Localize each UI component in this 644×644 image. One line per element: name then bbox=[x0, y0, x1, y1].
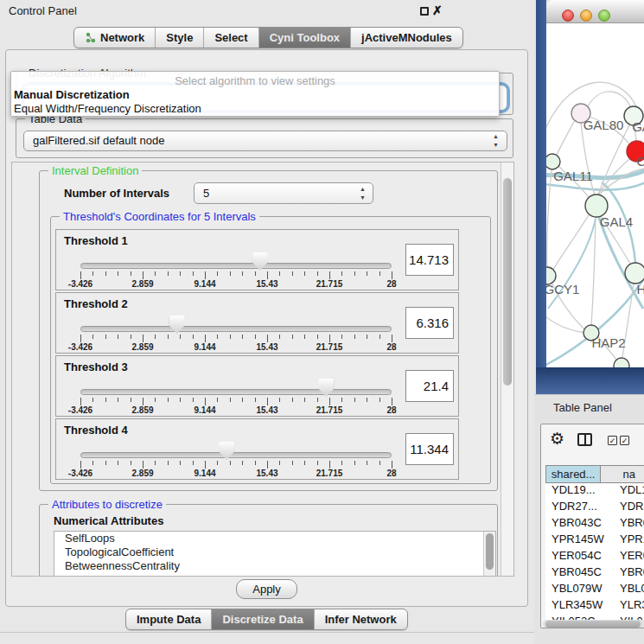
panel-title: Control Panel bbox=[9, 0, 77, 22]
network-window-frame-bottom bbox=[536, 367, 644, 394]
close-panel-icon[interactable]: ✗ bbox=[432, 3, 443, 17]
divider bbox=[0, 632, 534, 633]
table-row[interactable]: YPR145W YPR1 bbox=[545, 532, 644, 549]
group-title: Threshold's Coordinates for 5 Intervals bbox=[60, 210, 259, 223]
table-row[interactable]: YBR045C YBR0 bbox=[545, 565, 644, 582]
column-header-shared-name[interactable]: shared... bbox=[545, 465, 601, 483]
cell-name: YBL0 bbox=[614, 582, 644, 598]
table-panel: ⚙ ✓ ✓ shared... na YDL19... YDL1 YDR27..… bbox=[540, 424, 644, 628]
network-icon bbox=[85, 32, 96, 43]
split-columns-icon[interactable] bbox=[577, 433, 592, 446]
network-node[interactable] bbox=[546, 154, 560, 169]
tab-select[interactable]: Select bbox=[203, 28, 258, 48]
slider-track[interactable] bbox=[80, 452, 392, 458]
cell-name: YPR1 bbox=[614, 532, 644, 549]
cell-shared-name: YBR043C bbox=[545, 516, 614, 532]
threshold-label: Threshold 3 bbox=[64, 360, 128, 373]
threshold-value-field[interactable]: 21.4 bbox=[405, 370, 454, 402]
dropdown-item-manual-discretization[interactable]: Manual Discretization bbox=[11, 88, 499, 102]
network-canvas[interactable]: GAL80GACGAL11GAL4GCY1HHAP2 bbox=[546, 23, 644, 367]
table-data-group: Table Data galFiltered.sif default node … bbox=[16, 118, 513, 158]
slider-track[interactable] bbox=[80, 389, 392, 395]
network-node[interactable] bbox=[614, 358, 629, 367]
slider-tick-labels: -3.4262.8599.14415.4321.71528 bbox=[80, 469, 392, 479]
threshold-value-field[interactable]: 6.316 bbox=[405, 307, 454, 339]
group-title: Interval Definition bbox=[48, 164, 142, 177]
slider-track[interactable] bbox=[80, 326, 392, 332]
cell-name: YLR3 bbox=[614, 598, 644, 615]
checkbox-icon[interactable]: ✓ bbox=[608, 436, 617, 445]
table-row[interactable]: YDR27... YDR2 bbox=[545, 500, 644, 516]
dropdown-item-equal-width-frequency[interactable]: Equal Width/Frequency Discretization bbox=[11, 102, 499, 116]
cell-shared-name: YLR345W bbox=[545, 598, 614, 615]
threshold-value-field[interactable]: 14.713 bbox=[405, 244, 454, 276]
tab-style[interactable]: Style bbox=[155, 28, 203, 48]
float-panel-icon[interactable] bbox=[420, 7, 429, 16]
cell-shared-name: YPR145W bbox=[545, 532, 614, 549]
group-title: Attributes to discretize bbox=[48, 498, 166, 511]
table-panel-title: Table Panel bbox=[553, 395, 612, 421]
cell-shared-name: YDL19... bbox=[545, 483, 614, 500]
table-row[interactable]: YDL19... YDL1 bbox=[545, 483, 644, 500]
tab-jactivemnodules[interactable]: jActiveMNodules bbox=[350, 28, 462, 48]
node-label: H bbox=[637, 282, 644, 296]
apply-row: Apply bbox=[6, 579, 527, 599]
node-label: GAL4 bbox=[600, 214, 633, 229]
numerical-attributes-list[interactable]: SelfLoopsTopologicalCoefficientBetweenne… bbox=[54, 531, 496, 577]
spinner-arrows-icon: ▲▼ bbox=[360, 185, 366, 202]
column-header-name[interactable]: na bbox=[601, 465, 644, 483]
close-window-icon[interactable] bbox=[562, 10, 574, 22]
control-panel-titlebar: Control Panel ✗ bbox=[0, 0, 534, 22]
tab-label: Network bbox=[100, 31, 144, 44]
scrollbar-thumb[interactable] bbox=[503, 178, 512, 386]
table-row[interactable]: YBR043C YBR0 bbox=[545, 516, 644, 532]
right-region: GAL80GACGAL11GAL4GCY1HHAP2 Table Panel ⚙… bbox=[534, 0, 644, 644]
cell-shared-name: YDR27... bbox=[545, 500, 614, 516]
table-data-value: galFiltered.sif default node bbox=[33, 134, 164, 147]
top-tabbar: Network Style Select Cyni Toolbox jActiv… bbox=[73, 27, 463, 48]
number-of-intervals-select[interactable]: 5 ▲▼ bbox=[194, 182, 373, 204]
scrollbar-thumb[interactable] bbox=[545, 621, 641, 628]
tab-infer-network[interactable]: Infer Network bbox=[314, 609, 407, 629]
control-panel: Control Panel ✗ Network Style Select Cyn… bbox=[0, 0, 534, 644]
scrollbar-thumb[interactable] bbox=[486, 533, 494, 570]
table-horizontal-scrollbar[interactable] bbox=[543, 620, 644, 628]
threshold-box: Threshold 4 -3.4262.8599.14415.4321.7152… bbox=[55, 418, 459, 480]
node-label: C bbox=[637, 154, 644, 169]
tab-discretize-data[interactable]: Discretize Data bbox=[211, 609, 313, 629]
apply-button[interactable]: Apply bbox=[236, 579, 297, 599]
tab-impute-data[interactable]: Impute Data bbox=[126, 609, 211, 629]
slider-track[interactable] bbox=[80, 263, 392, 269]
attribute-items: SelfLoopsTopologicalCoefficientBetweenne… bbox=[54, 532, 495, 573]
table-row[interactable]: YBL079W YBL0 bbox=[545, 582, 644, 598]
threshold-value-field[interactable]: 11.344 bbox=[405, 433, 454, 465]
zoom-window-icon[interactable] bbox=[598, 10, 610, 22]
table-data-combobox[interactable]: galFiltered.sif default node ▲▼ bbox=[23, 131, 507, 151]
node-label: GAL11 bbox=[553, 169, 593, 183]
panel-vertical-scrollbar[interactable] bbox=[501, 163, 513, 576]
algorithm-dropdown-popup: Select algorithm to view settings Manual… bbox=[10, 71, 500, 117]
list-vertical-scrollbar[interactable] bbox=[483, 532, 495, 577]
threshold-label: Threshold 4 bbox=[64, 424, 128, 437]
cell-name: YBR0 bbox=[614, 565, 644, 582]
table-body: YDL19... YDL1 YDR27... YDR2 YBR043C YBR0… bbox=[545, 483, 644, 620]
table-row[interactable]: YLR345W YLR3 bbox=[545, 598, 644, 615]
network-node[interactable] bbox=[625, 263, 644, 284]
interval-definition-group: Interval Definition Number of Intervals … bbox=[39, 170, 498, 491]
tab-cyni-toolbox[interactable]: Cyni Toolbox bbox=[258, 28, 350, 48]
checkbox-icon[interactable]: ✓ bbox=[620, 436, 629, 445]
tab-network[interactable]: Network bbox=[74, 28, 155, 48]
threshold-label: Threshold 2 bbox=[64, 297, 128, 310]
cell-name: YDR2 bbox=[614, 500, 644, 516]
network-window-titlebar[interactable] bbox=[546, 0, 644, 23]
thresholds-group: Threshold's Coordinates for 5 Intervals … bbox=[50, 216, 491, 484]
cyni-toolbox-panel: Discretization Algorithm Table Data galF… bbox=[5, 49, 528, 607]
cell-shared-name: YBL079W bbox=[545, 582, 614, 598]
table-panel-titlebar: Table Panel bbox=[534, 394, 644, 420]
gear-icon[interactable]: ⚙ bbox=[550, 429, 564, 449]
minimize-window-icon[interactable] bbox=[580, 10, 592, 22]
cell-shared-name: YER054C bbox=[545, 549, 614, 565]
screen: Control Panel ✗ Network Style Select Cyn… bbox=[0, 0, 644, 644]
table-row[interactable]: YER054C YER0 bbox=[545, 549, 644, 565]
node-label: GA bbox=[632, 119, 644, 134]
